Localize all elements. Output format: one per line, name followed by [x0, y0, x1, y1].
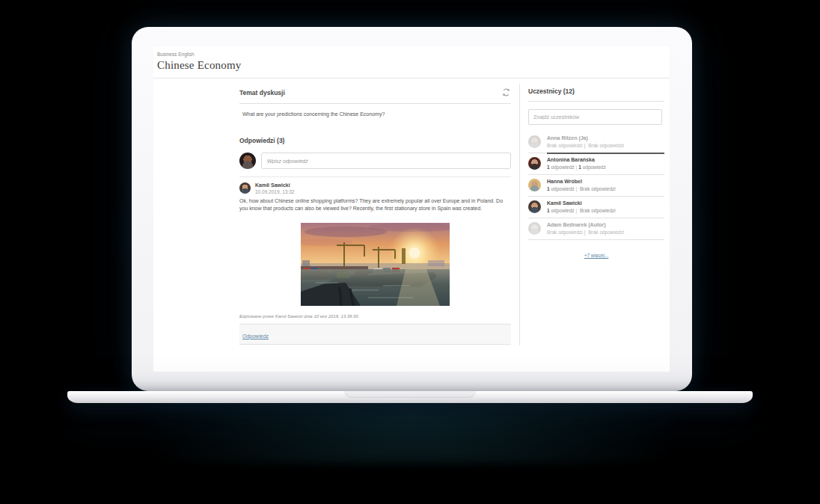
participant-row[interactable]: Adam Bednarek (Autor) Brak odpowiedzi| B…: [528, 218, 664, 240]
topic-heading: Temat dyskusji: [239, 89, 285, 96]
discussion-column: Temat dyskusji What are your predictions…: [239, 84, 511, 345]
participant-name: Hanna Wróbel: [547, 179, 616, 184]
refresh-icon[interactable]: [501, 87, 511, 97]
reply-bar: Odpowiedz: [239, 324, 511, 345]
participant-avatar: [528, 222, 541, 235]
app-header: Business English Chinese Economy: [153, 46, 670, 79]
participants-heading: Uczestnicy (12): [528, 87, 575, 95]
participant-list: Anna Ritzen (Ja) Brak odpowiedzi| Brak o…: [528, 132, 664, 240]
reply-compose-row: [239, 153, 511, 169]
page-background: Business English Chinese Economy Temat d…: [0, 0, 820, 504]
comment-body: Ok, how about Chinese online shopping pl…: [239, 197, 511, 212]
participant-search-input[interactable]: [528, 109, 662, 125]
participant-stats: 1 odpowiedź| Brak odpowiedzi: [547, 186, 616, 191]
edited-note: Edytowane przez Kamil Sawicki dnia 10 wr…: [239, 314, 511, 319]
participant-stats: 1 odpowiedź|1 odpowiedź: [547, 165, 606, 170]
participant-avatar: [528, 200, 541, 213]
comment-timestamp: 10.09.2019, 13:32: [255, 189, 294, 194]
participant-avatar: [528, 179, 541, 191]
participant-name: Anna Ritzen (Ja): [547, 135, 624, 141]
breadcrumb: Business English: [157, 52, 670, 57]
answers-heading: Odpowiedzi (3): [239, 137, 511, 144]
participant-stats: Brak odpowiedzi| Brak odpowiedzi: [547, 230, 624, 235]
participant-avatar: [528, 157, 541, 170]
main-content: Temat dyskusji What are your predictions…: [153, 79, 670, 345]
participants-panel: Uczestnicy (12) Anna Ritzen (Ja) Brak od…: [528, 84, 664, 345]
column-divider: [519, 84, 520, 345]
participant-row[interactable]: Antonina Barańska 1 odpowiedź|1 odpowied…: [528, 153, 664, 175]
show-more-participants-link[interactable]: +7 więcej...: [584, 253, 609, 258]
laptop-screen: Business English Chinese Economy Temat d…: [153, 46, 670, 372]
laptop-base: [67, 391, 753, 403]
page-title: Chinese Economy: [157, 59, 670, 72]
participant-row[interactable]: Kamil Sawicki 1 odpowiedź| Brak odpowied…: [528, 197, 664, 218]
comment-author: Kamil Sawicki: [255, 182, 294, 188]
reply-link[interactable]: Odpowiedz: [242, 334, 269, 339]
participant-stats: 1 odpowiedź| Brak odpowiedzi: [547, 208, 616, 213]
comment-author-avatar: [239, 182, 251, 194]
comment-attachment-image: [301, 223, 450, 306]
participants-panel-header: Uczestnicy (12): [528, 84, 664, 102]
comment-header: Kamil Sawicki 10.09.2019, 13:32: [239, 182, 511, 194]
participant-stats: Brak odpowiedzi| Brak odpowiedzi: [547, 143, 624, 148]
laptop-bezel: Business English Chinese Economy Temat d…: [132, 27, 692, 391]
participant-name: Antonina Barańska: [547, 157, 606, 162]
participant-name: Adam Bednarek (Autor): [547, 222, 624, 227]
participant-row[interactable]: Anna Ritzen (Ja) Brak odpowiedzi| Brak o…: [528, 132, 664, 153]
reply-input[interactable]: [261, 153, 511, 169]
participant-avatar: [528, 135, 541, 148]
participant-row[interactable]: Hanna Wróbel 1 odpowiedź| Brak odpowiedz…: [528, 175, 664, 197]
comment: Kamil Sawicki 10.09.2019, 13:32 Ok, how …: [239, 177, 511, 345]
current-user-avatar: [239, 153, 256, 169]
laptop-notch: [344, 391, 476, 398]
topic-panel-header: Temat dyskusji: [239, 84, 511, 104]
participant-name: Kamil Sawicki: [547, 200, 616, 206]
topic-question: What are your predictions concerning the…: [239, 104, 511, 117]
